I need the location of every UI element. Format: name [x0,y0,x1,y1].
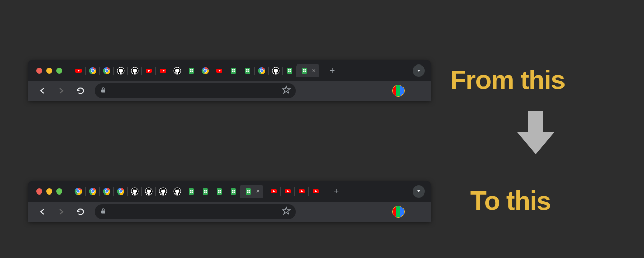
tab[interactable] [267,185,281,198]
youtube-icon [145,67,153,75]
chrome-icon [103,67,111,75]
window-minimize-button[interactable] [46,188,52,195]
reload-button[interactable] [72,83,89,99]
youtube-icon [298,187,306,196]
headline-to: To this [470,185,551,216]
tab[interactable] [100,185,114,198]
chrome-icon [89,67,97,75]
chrome-icon [103,187,111,196]
tab[interactable] [142,185,156,198]
headline-from: From this [450,64,565,95]
github-icon [159,187,167,196]
sheets-icon [229,67,237,75]
tab[interactable] [86,185,100,198]
chrome-icon [117,187,125,196]
tab[interactable] [281,185,295,198]
tab[interactable] [170,185,184,198]
youtube-icon [270,187,278,196]
github-icon [117,67,125,75]
chrome-icon [89,187,97,196]
youtube-icon [215,67,223,75]
bookmark-star-icon[interactable] [282,85,291,96]
window-close-button[interactable] [36,188,42,195]
tab[interactable] [212,185,226,198]
tab[interactable] [283,64,297,77]
youtube-icon [312,187,320,196]
sheets-icon [187,187,195,196]
github-icon [145,187,153,196]
tab[interactable] [86,64,100,77]
toolbar [28,202,431,222]
tab[interactable] [309,185,323,198]
close-icon[interactable]: × [256,188,260,195]
youtube-icon [74,67,83,75]
tab[interactable] [71,64,86,77]
tab[interactable] [226,185,240,198]
sheets-icon [229,187,237,196]
tab[interactable] [114,64,128,77]
chrome-icon [74,187,83,196]
address-bar[interactable] [95,83,296,98]
tab[interactable] [184,64,198,77]
tab[interactable] [198,185,212,198]
extension-icon[interactable] [392,206,405,218]
address-bar[interactable] [95,204,296,219]
window-controls [36,188,62,195]
tab[interactable] [269,64,283,77]
tab[interactable] [114,185,128,198]
tab[interactable] [142,64,156,77]
tab[interactable]: × [297,64,319,77]
tab[interactable] [255,64,269,77]
sheets-icon [244,187,252,196]
lock-icon [100,86,107,95]
tab[interactable] [212,64,226,77]
forward-button[interactable] [53,83,69,99]
tab[interactable] [240,64,255,77]
window-controls [36,68,62,74]
window-zoom-button[interactable] [56,68,62,74]
tab[interactable] [71,185,86,198]
tab[interactable]: × [240,185,263,198]
bookmark-star-icon[interactable] [282,206,291,217]
tab-strip: × + [28,181,431,202]
tab[interactable] [128,185,142,198]
new-tab-button[interactable]: + [329,184,343,199]
window-minimize-button[interactable] [46,68,52,74]
tab-overflow-button[interactable] [413,64,425,77]
github-icon [131,187,139,196]
chrome-icon [258,67,266,75]
browser-window-unsorted: × + [28,60,431,101]
close-icon[interactable]: × [312,67,316,74]
tab-strip: × + [28,60,431,81]
window-close-button[interactable] [36,68,42,74]
sheets-icon [215,187,223,196]
window-zoom-button[interactable] [56,188,62,195]
tab[interactable] [156,185,170,198]
tab[interactable] [198,64,212,77]
tab[interactable] [128,64,142,77]
tab[interactable] [170,64,184,77]
github-icon [173,187,181,196]
sheets-icon [286,67,294,75]
chrome-icon [201,67,209,75]
youtube-icon [284,187,292,196]
tab[interactable] [295,185,309,198]
new-tab-button[interactable]: + [325,63,339,78]
tab[interactable] [184,185,198,198]
sheets-icon [201,187,209,196]
extension-icon[interactable] [392,85,405,97]
arrow-down-icon [513,108,558,156]
forward-button[interactable] [53,204,69,220]
reload-button[interactable] [72,204,89,220]
tab[interactable] [100,64,114,77]
tab-overflow-button[interactable] [413,185,425,198]
tab-list: × [71,185,323,198]
tab[interactable] [226,64,240,77]
lock-icon [100,207,107,216]
browser-window-sorted: × + [28,181,431,222]
sheets-icon [187,67,195,75]
github-icon [131,67,139,75]
back-button[interactable] [34,204,50,220]
tab[interactable] [156,64,170,77]
back-button[interactable] [34,83,50,99]
